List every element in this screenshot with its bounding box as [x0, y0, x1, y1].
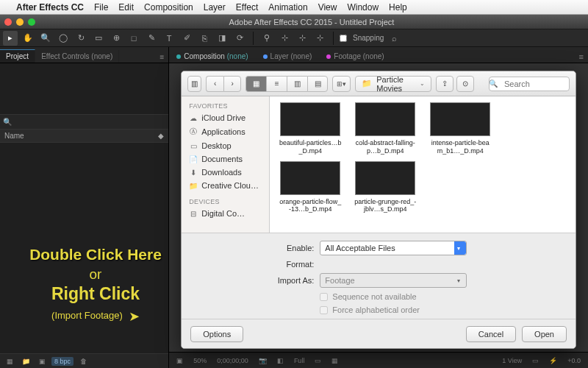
type-tool[interactable]: T [162, 31, 176, 46]
file-item[interactable]: intense-particle-beam_b1…_D.mp4 [429, 102, 492, 155]
menu-composition[interactable]: Composition [144, 2, 193, 13]
snapping-options-icon[interactable]: ⌕ [387, 31, 401, 46]
dialog-search-input[interactable] [489, 77, 570, 91]
selection-tool[interactable]: ▸ [3, 31, 18, 46]
color-depth-button[interactable]: 8 bpc [51, 357, 74, 366]
zoom-tool[interactable]: 🔍 [38, 31, 53, 46]
pen-tool[interactable]: ✎ [144, 31, 159, 46]
enable-select[interactable]: All Acceptable Files▾ [320, 241, 467, 255]
sidebar-item-applications[interactable]: ⒶApplications [182, 124, 269, 139]
menu-layer[interactable]: Layer [204, 2, 226, 13]
view-axis-icon[interactable]: ⊹ [312, 31, 327, 46]
minimize-window-button[interactable] [16, 18, 24, 26]
always-preview-icon[interactable]: ▣ [173, 357, 186, 364]
shape-tool[interactable]: □ [126, 31, 141, 46]
menu-help[interactable]: Help [389, 2, 407, 13]
path-popup[interactable]: 📁 Particle Movies ⌄ [355, 76, 431, 92]
exposure-value[interactable]: +0.0 [564, 357, 584, 364]
local-axis-icon[interactable]: ⊹ [277, 31, 292, 46]
menu-effect[interactable]: Effect [236, 2, 258, 13]
snapping-checkbox[interactable] [340, 35, 347, 42]
file-item[interactable]: beautiful-particles…b_D.mp4 [279, 102, 342, 155]
file-thumbnail [280, 102, 340, 136]
project-item-list[interactable]: Double Click Here or Right Click (Import… [0, 143, 168, 353]
import-as-select[interactable]: Footage▾ [320, 273, 467, 288]
orbit-tool[interactable]: ◯ [56, 31, 71, 46]
zoom-level[interactable]: 50% [190, 357, 209, 364]
menu-view[interactable]: View [318, 2, 337, 13]
rotate-tool[interactable]: ↻ [74, 31, 88, 46]
tab-project[interactable]: Project [0, 49, 35, 63]
viewer-panel-menu-icon[interactable]: ≡ [575, 51, 588, 63]
file-item[interactable]: cold-abstract-falling-p…b_D.mp4 [354, 102, 417, 155]
cancel-button[interactable]: Cancel [466, 326, 516, 342]
arrange-button[interactable]: ⊞▾ [332, 76, 351, 92]
sidebar-item-icloud[interactable]: ☁iCloud Drive [182, 111, 269, 124]
hand-tool[interactable]: ✋ [21, 31, 35, 46]
alphabetical-label: Force alphabetical order [332, 305, 420, 314]
sequence-label: Sequence not available [332, 292, 416, 301]
delete-icon[interactable]: 🗑 [76, 355, 90, 367]
file-item[interactable]: particle-grunge-red_-jblv…s_D.mp4 [354, 161, 417, 214]
list-view-button[interactable]: ≡ [266, 76, 287, 92]
brush-tool[interactable]: ✐ [179, 31, 194, 46]
pixel-aspect-icon[interactable]: ▭ [529, 357, 542, 364]
roi-icon[interactable]: ▭ [312, 357, 324, 364]
tab-layer[interactable]: Layer (none) [256, 50, 320, 63]
tab-composition[interactable]: Composition (none) [169, 50, 255, 63]
sidebar-head-devices: Devices [182, 197, 269, 207]
resolution-select[interactable]: Full [291, 357, 308, 364]
panel-menu-icon[interactable]: ≡ [155, 52, 168, 63]
sidebar-item-desktop[interactable]: ▭Desktop [182, 139, 269, 152]
world-axis-icon[interactable]: ⊹ [295, 31, 309, 46]
tags-button[interactable]: ⊙ [456, 76, 474, 92]
icon-view-button[interactable]: ▦ [245, 76, 266, 92]
open-button[interactable]: Open [522, 326, 567, 342]
column-label-icon[interactable]: ◆ [158, 132, 164, 140]
tab-effect-controls[interactable]: Effect Controls (none) [35, 50, 119, 63]
cloud-icon: ☁ [189, 114, 198, 122]
column-name[interactable]: Name [4, 132, 24, 140]
menu-file[interactable]: File [94, 2, 108, 13]
menu-animation[interactable]: Animation [268, 2, 307, 13]
close-window-button[interactable] [4, 18, 12, 26]
maximize-window-button[interactable] [28, 18, 35, 26]
file-thumbnail [355, 102, 415, 136]
sidebar-item-downloads[interactable]: ⬇Downloads [182, 166, 269, 179]
menu-edit[interactable]: Edit [118, 2, 134, 13]
file-item[interactable]: orange-particle-flow_-13…b_D.mp4 [279, 161, 342, 214]
transparency-grid-icon[interactable]: ▦ [329, 357, 341, 364]
eraser-tool[interactable]: ◨ [215, 31, 229, 46]
view-layout-select[interactable]: 1 View [499, 357, 525, 364]
snapshot-icon[interactable]: 📷 [256, 357, 270, 364]
new-comp-icon[interactable]: ▣ [35, 355, 49, 367]
back-button[interactable]: ‹ [206, 76, 223, 92]
coverflow-view-button[interactable]: ▤ [307, 76, 328, 92]
puppet-tool[interactable]: ⚲ [259, 31, 274, 46]
share-button[interactable]: ⇪ [436, 76, 453, 92]
toggle-sidebar-button[interactable]: ▥ [187, 76, 201, 92]
fast-previews-icon[interactable]: ⚡ [546, 357, 560, 364]
app-name[interactable]: After Effects CC [16, 2, 84, 13]
options-button[interactable]: Options [190, 326, 243, 342]
sidebar-head-favorites: Favorites [182, 101, 269, 111]
camera-tool[interactable]: ▭ [91, 31, 106, 46]
sidebar-item-device[interactable]: ⊟Digital Co… [182, 207, 269, 220]
tab-footage[interactable]: Footage (none) [319, 50, 391, 63]
sidebar-item-documents[interactable]: 📄Documents [182, 152, 269, 166]
interpret-footage-icon[interactable]: ▦ [3, 355, 16, 367]
menu-window[interactable]: Window [347, 2, 379, 13]
timecode-display[interactable]: 0;00;00;00 [214, 357, 251, 364]
forward-button[interactable]: › [223, 76, 241, 92]
viewer-panel-tabs: Composition (none) Layer (none) Footage … [169, 47, 588, 63]
clone-tool[interactable]: ⎘ [197, 31, 212, 46]
new-folder-icon[interactable]: 📁 [19, 355, 32, 367]
sidebar-item-creative-cloud[interactable]: 📁Creative Clou… [182, 179, 269, 192]
pan-behind-tool[interactable]: ⊕ [109, 31, 123, 46]
annotation-line1: Double Click Here [7, 246, 184, 263]
roto-tool[interactable]: ⟳ [232, 31, 247, 46]
channel-icon[interactable]: ◧ [274, 357, 287, 364]
project-search-input[interactable] [15, 118, 165, 126]
file-browser-area[interactable]: beautiful-particles…b_D.mp4 cold-abstrac… [270, 96, 576, 233]
column-view-button[interactable]: ▥ [287, 76, 307, 92]
